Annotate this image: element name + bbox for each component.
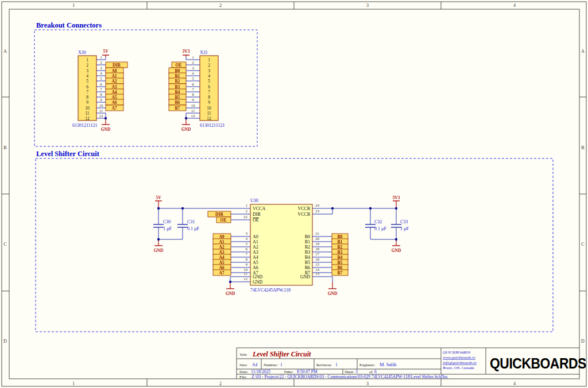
x31-pin-number: 9 xyxy=(192,98,194,102)
port-label: DIR xyxy=(113,63,121,68)
date-value: 11/18/2025 xyxy=(251,369,270,374)
sheet-number: 3 xyxy=(355,369,358,374)
c31-value: 0.1 µF xyxy=(187,226,200,231)
port-label: B2 xyxy=(175,79,180,84)
zone-left-b: B xyxy=(3,145,6,150)
decoupling-3v3[interactable]: 3V3 GND C32 0.1 µF C33 1 µF xyxy=(312,195,409,253)
u30-pin-number: 3 xyxy=(246,231,248,236)
c30-value: 1 µF xyxy=(163,226,172,231)
x30-body-pin: 12 xyxy=(85,116,90,121)
c33-value: 1 µF xyxy=(400,226,409,231)
x31-gnd-net-label: GND xyxy=(181,127,191,132)
zone-right-b: B xyxy=(581,145,584,150)
x31-pin-number: 8 xyxy=(192,92,194,97)
x30-pin-number: 12 xyxy=(99,114,104,118)
x31-pin-number: 12 xyxy=(191,114,196,118)
u30-pin-number: 9 xyxy=(246,262,248,267)
u30-pin-name: A4 xyxy=(253,255,258,260)
x30-pin-number: 3 xyxy=(100,66,102,71)
date-label: Date: xyxy=(239,370,248,374)
u30-pin-number: 19 xyxy=(315,242,320,246)
u30-pin-name: B0 xyxy=(305,234,310,239)
ic-u30[interactable]: U30 74LVC4245APW,118 GND GND VCCA DIR OE… xyxy=(208,198,348,296)
u30-pin-name: B6 xyxy=(305,265,310,270)
u30-pin-number: 23 xyxy=(315,209,320,214)
level-shifter-section-title: Level Shifter Circuit xyxy=(36,150,100,158)
junction-dot xyxy=(395,238,397,240)
c32-value: 0.1 µF xyxy=(374,226,387,231)
decoupling-5v[interactable]: 5V GND C30 1 µF C31 0.1 µF xyxy=(153,195,250,253)
u30-pin-name: A3 xyxy=(253,250,258,255)
u30-pin-number: 24 xyxy=(315,203,320,208)
junction-dot xyxy=(369,207,372,209)
revision-label: Revision: xyxy=(316,363,332,367)
x31-body-pin: 12 xyxy=(207,116,211,121)
c31-designator: C31 xyxy=(187,219,195,224)
u30-pin-number: 8 xyxy=(246,257,248,262)
u30-pin-name: B3 xyxy=(305,250,310,255)
wires-3v3-rail[interactable] xyxy=(312,208,396,239)
x30-pin-number: 10 xyxy=(99,103,104,108)
x31-body-pin: 6 xyxy=(208,84,210,90)
x31-pin-number: 11 xyxy=(191,108,195,113)
company-website-link[interactable]: www.quickboards.io xyxy=(443,355,475,360)
x30-body-pin: 9 xyxy=(86,100,88,105)
size-label: Size: xyxy=(239,363,247,367)
junction-dot xyxy=(331,207,334,209)
zone-bottom-1: 1 xyxy=(72,381,75,386)
u30-pin-number: 13 xyxy=(315,271,320,276)
zone-right-c: C xyxy=(581,242,584,247)
gnd-net-label: GND xyxy=(154,248,164,253)
company-name: QUICKBOARDS xyxy=(443,350,471,355)
x30-body-pin: 5 xyxy=(86,79,88,84)
title-block: Title Level Shifter Circuit Size: A4 Num… xyxy=(237,348,586,379)
company-email-link[interactable]: info@quickboards.io xyxy=(443,360,477,365)
zone-top-1: 1 xyxy=(72,3,75,8)
connector-x31[interactable]: X31 61301211121 3V3 GND 1 2 3 4 5 6 7 8 … xyxy=(169,49,225,132)
engineer-value: M. Salih xyxy=(380,362,397,367)
x31-body-pin: 2 xyxy=(208,63,210,68)
port-label: B6 xyxy=(175,100,180,105)
u30-pin-name: B1 xyxy=(305,239,310,245)
x31-designator: X31 xyxy=(200,50,208,55)
x31-body-pin: 5 xyxy=(208,79,210,84)
number-value: 1 xyxy=(280,362,283,367)
x31-body-pin: 7 xyxy=(208,90,210,95)
u30-pin-name: GND xyxy=(253,274,263,280)
port-label: OE xyxy=(220,218,227,223)
vccb-power-net-label: 3V3 xyxy=(393,195,400,200)
x31-body-pin: 1 xyxy=(208,57,210,63)
zone-left-c: C xyxy=(3,242,6,247)
breakout-section-title: Breakout Connectors xyxy=(36,21,102,29)
x31-pin-number: 3 xyxy=(192,66,194,71)
u30-pin-number: 21 xyxy=(315,231,320,236)
x31-power-net-label: 3V3 xyxy=(183,49,190,54)
u30-pin-number: 20 xyxy=(315,236,320,241)
x31-pin-number: 5 xyxy=(192,76,194,81)
breakout-section-frame[interactable] xyxy=(34,30,257,146)
file-label: File: xyxy=(239,375,247,379)
u30-pin-name: A5 xyxy=(253,260,258,265)
junction-dot xyxy=(157,207,160,209)
u30-pin-number: 5 xyxy=(246,242,248,246)
connector-x30[interactable]: X30 61301211121 5V GND 1 2 3 4 5 6 7 8 9… xyxy=(72,49,127,132)
port-label: A7 xyxy=(219,270,224,276)
engineer-label: Engineer: xyxy=(359,363,375,367)
zone-right-d: D xyxy=(581,339,585,344)
company-location: Brant, ON, Canada xyxy=(443,366,474,370)
c30-designator: C30 xyxy=(163,219,171,224)
x31-part-number: 61301211121 xyxy=(200,123,225,128)
u30-pin-number: 6 xyxy=(246,247,248,251)
u30-pin-name: GND xyxy=(253,280,263,285)
u30-pin-number: 16 xyxy=(315,257,320,262)
zone-bottom-4: 4 xyxy=(513,381,516,386)
junction-dot xyxy=(185,117,187,119)
x31-pin-number: 4 xyxy=(192,71,194,76)
x31-pin-number: 2 xyxy=(192,60,194,65)
x30-gnd-net-label: GND xyxy=(101,127,111,132)
u30-pin-name-oe: OE xyxy=(253,218,259,223)
x31-body-pin: 3 xyxy=(208,68,210,73)
port-label: B7 xyxy=(175,106,180,111)
wires-5v-rail[interactable] xyxy=(158,208,250,239)
x30-pin-number: 8 xyxy=(100,92,102,97)
